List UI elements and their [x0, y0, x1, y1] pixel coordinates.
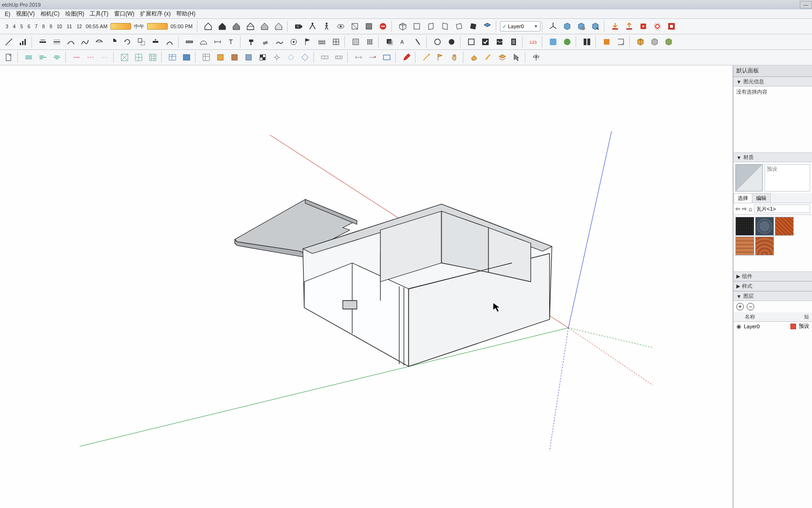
cell4-icon[interactable]: [242, 51, 255, 64]
arc2-icon[interactable]: [93, 35, 106, 48]
axes-icon[interactable]: [547, 20, 560, 33]
freehand-icon[interactable]: [78, 35, 92, 48]
back-icon[interactable]: [453, 20, 466, 33]
components-header[interactable]: ▶组件: [734, 271, 812, 281]
viewport[interactable]: [0, 65, 733, 508]
grid-a-icon[interactable]: [118, 51, 131, 64]
walk-icon[interactable]: [320, 20, 333, 33]
home-icon[interactable]: ⌂: [749, 206, 752, 213]
target-icon[interactable]: [287, 35, 300, 48]
table1-icon[interactable]: [166, 51, 179, 64]
new-icon[interactable]: [2, 51, 16, 64]
shadow-date-slider[interactable]: [147, 23, 168, 30]
add-layer-button[interactable]: +: [736, 303, 744, 310]
pie-icon[interactable]: [107, 35, 120, 48]
materials-tab-select[interactable]: 选择: [734, 193, 752, 203]
grid-b-icon[interactable]: [132, 51, 145, 64]
top-icon[interactable]: [410, 20, 423, 33]
protractor-icon[interactable]: [197, 35, 210, 48]
dim123-icon[interactable]: 123: [527, 35, 540, 48]
styles-header[interactable]: ▶样式: [734, 281, 812, 291]
broken-icon[interactable]: [493, 35, 506, 48]
align2-icon[interactable]: [36, 51, 49, 64]
dimension-icon[interactable]: [211, 35, 224, 48]
flag2-icon[interactable]: [434, 51, 447, 64]
tape-icon[interactable]: [183, 35, 196, 48]
flag-icon[interactable]: [301, 35, 314, 48]
sandbox-icon[interactable]: [273, 35, 286, 48]
layers-header[interactable]: ▼图层: [734, 291, 812, 301]
circle2-icon[interactable]: [445, 35, 458, 48]
cell3-icon[interactable]: [228, 51, 241, 64]
cell1-icon[interactable]: [200, 51, 213, 64]
menu-tools[interactable]: 工具(T): [87, 9, 111, 19]
plugin1-icon[interactable]: [547, 35, 560, 48]
hand-icon[interactable]: [448, 51, 461, 64]
measure1-icon[interactable]: [352, 51, 365, 64]
right-icon[interactable]: [438, 20, 452, 33]
minimize-button[interactable]: —: [800, 1, 812, 8]
snap2-icon[interactable]: [284, 51, 297, 64]
shadow-icon[interactable]: [383, 35, 396, 48]
plugin2-icon[interactable]: [561, 35, 574, 48]
bottom-icon[interactable]: [481, 20, 494, 33]
materials-tab-edit[interactable]: 编辑: [752, 193, 771, 203]
snap1-icon[interactable]: [270, 51, 283, 64]
swatch-5[interactable]: [755, 237, 774, 255]
fog-icon[interactable]: A: [397, 35, 410, 48]
scale-icon[interactable]: [135, 35, 148, 48]
checker-icon[interactable]: [256, 51, 269, 64]
line-style1-icon[interactable]: [70, 51, 83, 64]
fence-icon[interactable]: [315, 35, 328, 48]
outliner-icon[interactable]: [614, 35, 627, 48]
follow-icon[interactable]: [50, 35, 63, 48]
material-preview[interactable]: [735, 164, 763, 191]
style4-button[interactable]: [244, 20, 257, 33]
warehouse-up-icon[interactable]: [623, 20, 636, 33]
layer-combo[interactable]: ✓ Layer0 ▼: [500, 21, 540, 32]
line-style3-icon[interactable]: [98, 51, 111, 64]
box1-icon[interactable]: [561, 20, 574, 33]
move-icon[interactable]: [163, 35, 176, 48]
door-icon[interactable]: [507, 35, 520, 48]
menu-help[interactable]: 帮助(H): [173, 9, 198, 19]
extension-icon[interactable]: [637, 20, 650, 33]
layer-color-swatch[interactable]: [790, 324, 796, 329]
bars-icon[interactable]: [16, 35, 30, 48]
menu-extensions[interactable]: 扩展程序 (x): [137, 9, 173, 19]
grid1-icon[interactable]: [349, 35, 362, 48]
split2-icon[interactable]: [332, 51, 345, 64]
grid-c-icon[interactable]: [146, 51, 159, 64]
balance-icon[interactable]: [530, 51, 543, 64]
snap3-icon[interactable]: [298, 51, 312, 64]
look-icon[interactable]: [334, 20, 347, 33]
left-icon[interactable]: [467, 20, 480, 33]
walk2-icon[interactable]: [411, 35, 424, 48]
split1-icon[interactable]: [318, 51, 331, 64]
circle1-icon[interactable]: [431, 35, 444, 48]
arc-icon[interactable]: [64, 35, 78, 48]
swatch-1[interactable]: [735, 217, 754, 236]
window-icon[interactable]: [329, 35, 343, 48]
eraser-icon[interactable]: [259, 35, 272, 48]
position-camera-icon[interactable]: [306, 20, 319, 33]
iso-icon[interactable]: [396, 20, 409, 33]
nav-fwd-icon[interactable]: ⇨: [742, 206, 747, 212]
line-icon[interactable]: [2, 35, 16, 48]
cube1-icon[interactable]: [634, 35, 647, 48]
eraser2-icon[interactable]: [468, 51, 481, 64]
style6-button[interactable]: [272, 20, 285, 33]
menu-file[interactable]: E): [2, 10, 13, 18]
line-style2-icon[interactable]: [84, 51, 97, 64]
vray-icon[interactable]: [665, 20, 678, 33]
style5-button[interactable]: [258, 20, 271, 33]
swatch-3[interactable]: [775, 217, 794, 236]
materials-combo[interactable]: 瓦片<1>: [754, 205, 810, 213]
stop-icon[interactable]: [376, 20, 390, 33]
table2-icon[interactable]: [180, 51, 193, 64]
wand-icon[interactable]: [420, 51, 433, 64]
sq-icon[interactable]: [465, 35, 478, 48]
align1-icon[interactable]: [22, 51, 35, 64]
menu-window[interactable]: 窗口(W): [111, 9, 137, 19]
paint-icon[interactable]: [245, 35, 258, 48]
